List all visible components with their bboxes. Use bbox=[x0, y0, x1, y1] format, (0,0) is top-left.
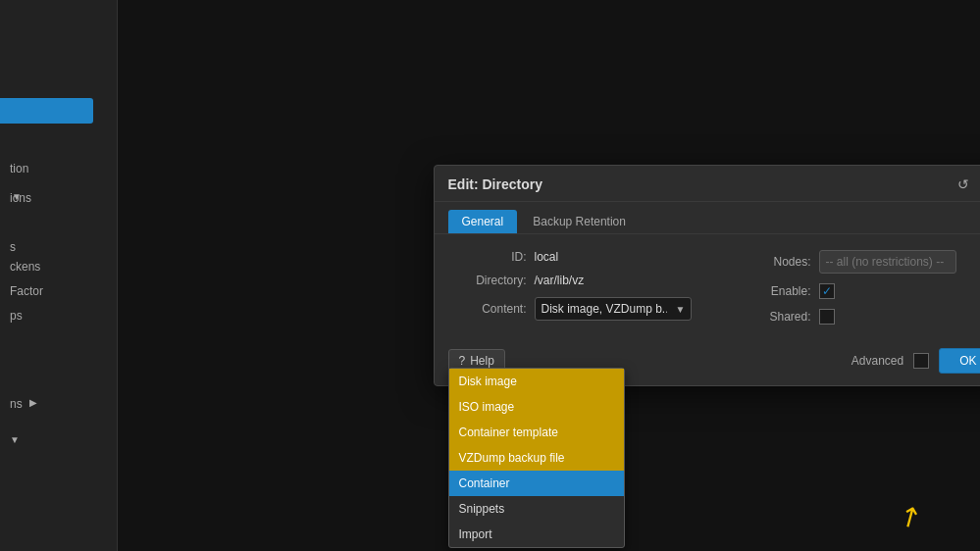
dialog-refresh-button[interactable]: ↺ bbox=[954, 175, 972, 193]
dropdown-item-import[interactable]: Import bbox=[449, 522, 624, 547]
tab-general[interactable]: General bbox=[448, 210, 518, 233]
content-dropdown: Disk image ISO image Container template … bbox=[448, 368, 625, 548]
directory-label: Directory: bbox=[448, 274, 527, 287]
shared-checkbox[interactable] bbox=[819, 309, 835, 325]
dialog-title: Edit: Directory bbox=[448, 176, 542, 192]
enable-row: Enable: bbox=[733, 283, 981, 299]
question-icon: ? bbox=[459, 354, 466, 368]
content-label: Content: bbox=[448, 302, 527, 316]
footer-right: Advanced OK bbox=[851, 348, 980, 374]
sidebar: tion ions ▼ s ckens Factor ps ns ▶ ▼ bbox=[0, 0, 118, 551]
sidebar-item-ckens[interactable]: ckens bbox=[10, 260, 40, 274]
dropdown-item-iso-image[interactable]: ISO image bbox=[449, 394, 624, 420]
nodes-row: Nodes: bbox=[733, 250, 981, 274]
sidebar-item-s[interactable]: s bbox=[10, 240, 16, 254]
dropdown-item-container[interactable]: Container bbox=[449, 471, 624, 496]
advanced-checkbox[interactable] bbox=[913, 353, 929, 369]
dialog-tabs: General Backup Retention bbox=[435, 202, 981, 234]
dropdown-item-vzdump-backup[interactable]: VZDump backup file bbox=[449, 445, 624, 471]
sidebar-active-item bbox=[0, 98, 93, 124]
dropdown-item-container-template[interactable]: Container template bbox=[449, 420, 624, 445]
sidebar-item-ions[interactable]: ions ▼ bbox=[10, 191, 31, 205]
main-content: Edit: Directory ↺ ✕ General Backup Reten… bbox=[118, 0, 980, 551]
dialog-controls: ↺ ✕ bbox=[954, 175, 981, 193]
dialog-header: Edit: Directory ↺ ✕ bbox=[435, 166, 981, 202]
sidebar-item-factor[interactable]: Factor bbox=[10, 284, 43, 298]
dialog-body: ID: local Directory: /var/lib/vz Content… bbox=[435, 234, 981, 340]
chevron-down-icon: ▼ bbox=[12, 191, 22, 202]
shared-row: Shared: bbox=[733, 309, 981, 325]
id-row: ID: local bbox=[448, 250, 713, 264]
tab-backup-retention[interactable]: Backup Retention bbox=[519, 210, 640, 233]
sidebar-item-ns[interactable]: ns ▶ bbox=[10, 397, 23, 411]
advanced-label: Advanced bbox=[851, 354, 903, 368]
nodes-input[interactable] bbox=[819, 250, 956, 274]
nodes-label: Nodes: bbox=[733, 255, 811, 269]
form-right: Nodes: Enable: Shared: bbox=[733, 250, 981, 325]
id-label: ID: bbox=[448, 250, 527, 264]
dropdown-item-disk-image[interactable]: Disk image bbox=[449, 369, 624, 394]
directory-row: Directory: /var/lib/vz bbox=[448, 274, 713, 287]
enable-label: Enable: bbox=[733, 284, 811, 298]
enable-checkbox[interactable] bbox=[819, 283, 835, 299]
sidebar-item-expand[interactable]: ▼ bbox=[10, 431, 20, 446]
content-select-wrapper: Disk image, VZDump b... ▼ bbox=[535, 297, 692, 321]
chevron-down-icon-2: ▼ bbox=[10, 434, 20, 445]
id-value: local bbox=[535, 250, 559, 264]
content-select[interactable]: Disk image, VZDump b... bbox=[535, 297, 692, 321]
dropdown-item-snippets[interactable]: Snippets bbox=[449, 496, 624, 522]
ok-button[interactable]: OK bbox=[939, 348, 980, 374]
directory-value: /var/lib/vz bbox=[535, 274, 585, 287]
form-left: ID: local Directory: /var/lib/vz Content… bbox=[448, 250, 713, 325]
sidebar-item-ps[interactable]: ps bbox=[10, 309, 23, 323]
edit-directory-dialog: Edit: Directory ↺ ✕ General Backup Reten… bbox=[434, 165, 981, 386]
content-row: Content: Disk image, VZDump b... ▼ bbox=[448, 297, 713, 321]
sidebar-item-tion[interactable]: tion bbox=[10, 162, 28, 175]
shared-label: Shared: bbox=[733, 310, 811, 324]
